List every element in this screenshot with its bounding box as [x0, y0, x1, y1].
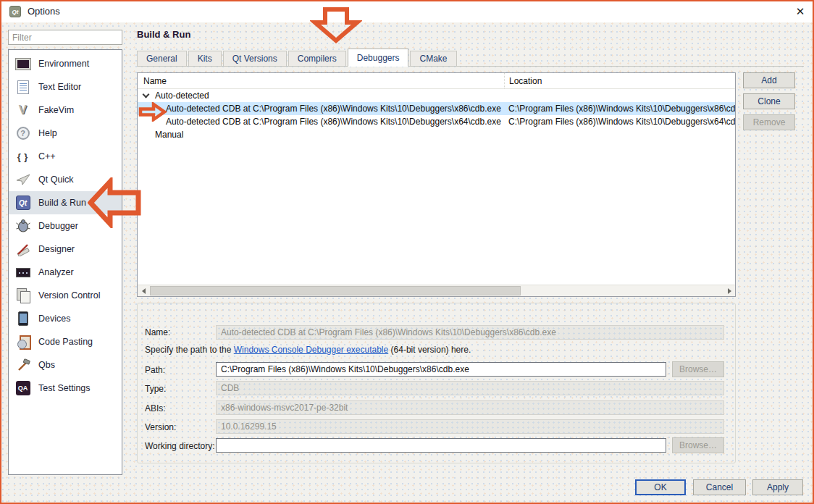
version-label: Version:: [145, 422, 176, 432]
workdir-browse-button: Browse…: [672, 437, 724, 453]
row-label: Auto-detected CDB at C:\Program Files (x…: [166, 104, 501, 114]
text-editor-icon: [14, 78, 32, 96]
annotation-arrow-right-selected-row: [138, 102, 167, 122]
working-directory-field[interactable]: [216, 438, 666, 453]
annotation-arrow-left-build-and-run: [88, 177, 142, 228]
tab-debuggers[interactable]: Debuggers: [348, 49, 409, 67]
qt-quick-icon: [14, 171, 32, 189]
sidebar-item-analyzer[interactable]: Analyzer: [9, 261, 122, 284]
title-bar: Qt Options ✕: [0, 0, 814, 22]
sidebar-item-label: Version Control: [38, 290, 100, 301]
sidebar-item-devices[interactable]: Devices: [9, 307, 122, 330]
tab-general[interactable]: General: [137, 51, 187, 66]
horizontal-scrollbar[interactable]: [138, 285, 735, 296]
tab-cmake[interactable]: CMake: [410, 51, 456, 66]
clone-button[interactable]: Clone: [743, 93, 795, 109]
version-field: 10.0.16299.15: [216, 419, 724, 434]
row-label: Auto-detected: [155, 91, 209, 101]
expander-chevron-icon[interactable]: [143, 91, 150, 98]
column-header-name[interactable]: Name: [138, 76, 504, 86]
abis-label: ABIs:: [145, 403, 166, 413]
remove-button: Remove: [743, 114, 795, 130]
fakevim-icon: V: [14, 101, 32, 119]
sidebar-item-text-editor[interactable]: Text Editor: [9, 75, 122, 98]
sidebar-item-label: Qbs: [38, 360, 55, 370]
row-label: Auto-detected CDB at C:\Program Files (x…: [166, 117, 501, 127]
path-hint-text: Specify the path to the Windows Console …: [145, 345, 471, 355]
annotation-arrow-down-debuggers-tab: [310, 7, 362, 43]
abis-field: x86-windows-msvc2017-pe-32bit: [216, 400, 724, 415]
ok-button[interactable]: OK: [635, 479, 686, 495]
debugger-executable-link[interactable]: Windows Console Debugger executable: [234, 345, 388, 355]
sidebar-item-label: Help: [38, 128, 57, 138]
sidebar-item-label: FakeVim: [38, 105, 74, 115]
tab-compilers[interactable]: Compilers: [288, 51, 346, 66]
apply-button[interactable]: Apply: [752, 479, 803, 495]
path-label: Path:: [145, 365, 165, 375]
row-location: [504, 89, 735, 102]
page-title: Build & Run: [137, 29, 190, 40]
scroll-right-icon[interactable]: [723, 285, 735, 296]
code-pasting-icon: [14, 333, 32, 351]
test-settings-qa-icon: QA: [14, 379, 32, 398]
sidebar-item-label: Analyzer: [38, 267, 74, 277]
window-title: Options: [28, 6, 60, 17]
scroll-left-icon[interactable]: [138, 285, 149, 296]
sidebar-item-cpp[interactable]: { } C++: [9, 145, 122, 168]
row-label: Manual: [155, 130, 183, 140]
type-label: Type:: [145, 384, 166, 394]
hint-suffix: (64-bit version) here.: [388, 345, 471, 355]
type-field: CDB: [216, 381, 724, 395]
row-location: [504, 128, 735, 141]
sidebar-item-environment[interactable]: Environment: [9, 52, 122, 75]
debugger-bug-icon: [14, 217, 32, 235]
analyzer-icon: [14, 264, 32, 282]
sidebar-item-label: Build & Run: [38, 198, 86, 208]
hint-prefix: Specify the path to the: [145, 345, 234, 355]
tab-qt-versions[interactable]: Qt Versions: [223, 51, 287, 66]
environment-icon: [14, 55, 32, 73]
sidebar-item-version-control[interactable]: Version Control: [9, 284, 122, 307]
scrollbar-thumb[interactable]: [150, 286, 521, 295]
table-row-autodetected-group[interactable]: Auto-detected: [138, 89, 735, 102]
name-field: Auto-detected CDB at C:\Program Files (x…: [216, 325, 724, 340]
add-button[interactable]: Add: [743, 72, 795, 88]
sidebar-item-fakevim[interactable]: V FakeVim: [9, 98, 122, 122]
close-icon[interactable]: ✕: [792, 4, 808, 20]
sidebar-item-code-pasting[interactable]: Code Pasting: [9, 330, 122, 353]
designer-pen-icon: [14, 240, 32, 259]
sidebar-item-test-settings[interactable]: QA Test Settings: [9, 377, 122, 400]
row-location: C:\Program Files (x86)\Windows Kits\10\D…: [504, 115, 735, 128]
sidebar-item-label: Designer: [38, 244, 75, 254]
sidebar-item-label: Qt Quick: [38, 175, 74, 185]
table-row-cdb-x64[interactable]: Auto-detected CDB at C:\Program Files (x…: [138, 115, 735, 128]
cpp-icon: { }: [14, 148, 32, 166]
options-dialog: Qt Options ✕ Environment Text Editor V F…: [0, 0, 814, 504]
qbs-hammer-icon: [14, 356, 32, 374]
sidebar-item-help[interactable]: ? Help: [9, 122, 122, 145]
help-icon: ?: [14, 125, 32, 143]
sidebar-item-label: Test Settings: [38, 383, 91, 393]
column-header-location[interactable]: Location: [504, 73, 735, 88]
path-browse-button: Browse…: [672, 361, 724, 377]
cancel-button[interactable]: Cancel: [693, 479, 746, 495]
category-list: Environment Text Editor V FakeVim ? Help…: [8, 49, 122, 475]
version-control-icon: [14, 287, 32, 305]
tab-kits[interactable]: Kits: [188, 51, 222, 66]
sidebar-item-label: Devices: [38, 314, 70, 324]
row-location: C:\Program Files (x86)\Windows Kits\10\D…: [504, 102, 735, 115]
working-directory-label: Working directory:: [145, 441, 214, 451]
sidebar-item-label: Text Editor: [38, 82, 81, 92]
build-run-icon: Qt: [14, 194, 32, 212]
sidebar-item-label: Debugger: [38, 221, 78, 231]
path-field[interactable]: C:\Program Files (x86)\Windows Kits\10\D…: [216, 362, 666, 377]
sidebar-item-label: C++: [38, 151, 56, 161]
sidebar-item-qbs[interactable]: Qbs: [9, 353, 122, 377]
filter-input[interactable]: [8, 30, 122, 45]
debuggers-table: Name Location Auto-detected Auto-detecte…: [137, 72, 736, 297]
table-row-manual-group[interactable]: Manual: [138, 128, 735, 141]
table-row-cdb-x86[interactable]: Auto-detected CDB at C:\Program Files (x…: [138, 102, 735, 115]
sidebar-item-designer[interactable]: Designer: [9, 238, 122, 261]
name-label: Name:: [145, 327, 170, 337]
sidebar-item-label: Environment: [38, 59, 89, 69]
